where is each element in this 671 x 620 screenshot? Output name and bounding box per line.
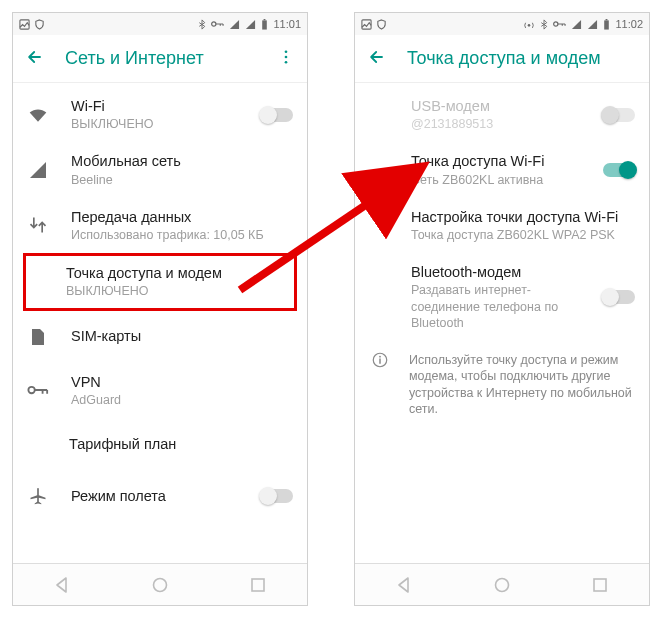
row-usb: USB-модем @2131889513 xyxy=(355,87,649,142)
plane-icon xyxy=(27,486,49,506)
svg-point-20 xyxy=(379,356,381,358)
svg-point-1 xyxy=(212,22,216,26)
svg-rect-3 xyxy=(263,20,268,29)
phone-left: x 11:01 Сеть и Интернет Wi-Fi ВЫКЛЮЧЕ xyxy=(12,12,308,606)
signal-icon xyxy=(27,161,49,179)
row-bluetooth-tether[interactable]: Bluetooth-модем Раздавать интернет-соеди… xyxy=(355,253,649,341)
row-sim[interactable]: SIM-карты xyxy=(13,311,307,363)
bluetooth-icon xyxy=(198,19,206,30)
row-title: Тарифный план xyxy=(69,435,293,453)
image-icon xyxy=(361,19,372,30)
back-button[interactable] xyxy=(25,47,45,71)
svg-point-11 xyxy=(154,578,167,591)
row-airplane[interactable]: Режим полета xyxy=(13,470,307,522)
signal-icon xyxy=(587,19,598,30)
row-title: Настройка точки доступа Wi-Fi xyxy=(411,208,635,226)
statusbar-left: x 11:01 xyxy=(13,13,307,35)
svg-point-5 xyxy=(285,50,288,53)
row-subtitle: AdGuard xyxy=(71,392,293,408)
nav-recent[interactable] xyxy=(591,576,609,594)
row-title: USB-модем xyxy=(411,97,581,115)
row-hotspot-setup[interactable]: Настройка точки доступа Wi-Fi Точка дост… xyxy=(355,198,649,253)
signal-icon: x xyxy=(571,19,582,30)
row-wifi[interactable]: Wi-Fi ВЫКЛЮЧЕНО xyxy=(13,87,307,142)
row-title: Передача данных xyxy=(71,208,293,226)
shield-icon xyxy=(376,19,387,30)
row-wifi-hotspot[interactable]: Точка доступа Wi-Fi Сеть ZB602KL активна xyxy=(355,142,649,197)
status-time: 11:01 xyxy=(273,18,301,30)
settings-list-left: Wi-Fi ВЫКЛЮЧЕНО Мобильная сеть Beeline П… xyxy=(13,83,307,563)
row-subtitle: Использовано трафика: 10,05 КБ xyxy=(71,227,293,243)
info-text: Используйте точку доступа и режим модема… xyxy=(409,352,635,417)
row-title: Wi-Fi xyxy=(71,97,239,115)
bluetooth-icon xyxy=(540,19,548,30)
svg-text:x: x xyxy=(231,20,234,25)
status-time: 11:02 xyxy=(615,18,643,30)
row-title: VPN xyxy=(71,373,293,391)
signal-icon: x xyxy=(229,19,240,30)
appbar-right: Точка доступа и модем xyxy=(355,35,649,83)
hotspot-status-icon xyxy=(523,19,535,30)
row-subtitle: ВЫКЛЮЧЕНО xyxy=(66,283,290,299)
nav-home[interactable] xyxy=(493,576,511,594)
key-icon xyxy=(553,20,566,28)
sim-icon xyxy=(27,327,49,347)
nav-home[interactable] xyxy=(151,576,169,594)
row-subtitle: @2131889513 xyxy=(411,116,581,132)
battery-icon xyxy=(603,19,610,30)
navbar-right xyxy=(355,563,649,605)
svg-point-7 xyxy=(285,60,288,63)
battery-icon xyxy=(261,19,268,30)
image-icon xyxy=(19,19,30,30)
svg-point-22 xyxy=(496,578,509,591)
svg-point-10 xyxy=(28,387,34,393)
row-plan[interactable]: Тарифный план xyxy=(13,418,307,470)
svg-rect-17 xyxy=(605,20,610,29)
settings-list-right: USB-модем @2131889513 Точка доступа Wi-F… xyxy=(355,83,649,563)
swap-icon xyxy=(27,215,49,235)
row-vpn[interactable]: VPN AdGuard xyxy=(13,363,307,418)
row-title: Точка доступа Wi-Fi xyxy=(411,152,581,170)
svg-rect-13 xyxy=(362,19,371,28)
svg-rect-21 xyxy=(379,359,381,364)
statusbar-right: x 11:02 xyxy=(355,13,649,35)
usb-toggle xyxy=(603,108,635,122)
nav-recent[interactable] xyxy=(249,576,267,594)
appbar-left: Сеть и Интернет xyxy=(13,35,307,83)
row-subtitle: Сеть ZB602KL активна xyxy=(411,172,581,188)
info-row: Используйте точку доступа и режим модема… xyxy=(355,341,649,427)
row-mobile[interactable]: Мобильная сеть Beeline xyxy=(13,142,307,197)
svg-text:x: x xyxy=(573,20,576,25)
svg-rect-18 xyxy=(606,19,608,20)
row-data[interactable]: Передача данных Использовано трафика: 10… xyxy=(13,198,307,253)
phone-right: x 11:02 Точка доступа и модем USB-модем … xyxy=(354,12,650,606)
svg-rect-0 xyxy=(20,19,29,28)
navbar-left xyxy=(13,563,307,605)
wifi-hotspot-toggle[interactable] xyxy=(603,163,635,177)
row-subtitle: Точка доступа ZB602KL WPA2 PSK xyxy=(411,227,635,243)
vpn-icon xyxy=(27,384,49,396)
svg-rect-12 xyxy=(252,579,264,591)
nav-back[interactable] xyxy=(53,576,71,594)
row-title: Bluetooth-модем xyxy=(411,263,581,281)
key-icon xyxy=(211,20,224,28)
row-subtitle: Beeline xyxy=(71,172,293,188)
row-subtitle: Раздавать интернет-соединение телефона п… xyxy=(411,282,581,331)
wifi-toggle[interactable] xyxy=(261,108,293,122)
svg-rect-23 xyxy=(594,579,606,591)
page-title: Точка доступа и модем xyxy=(407,48,637,69)
row-title: Мобильная сеть xyxy=(71,152,293,170)
row-title: SIM-карты xyxy=(71,327,293,345)
row-hotspot[interactable]: Точка доступа и модем ВЫКЛЮЧЕНО xyxy=(23,253,297,310)
wifi-icon xyxy=(27,107,49,123)
back-button[interactable] xyxy=(367,47,387,71)
row-subtitle: ВЫКЛЮЧЕНО xyxy=(71,116,239,132)
signal-icon xyxy=(245,19,256,30)
bluetooth-toggle[interactable] xyxy=(603,290,635,304)
airplane-toggle[interactable] xyxy=(261,489,293,503)
shield-icon xyxy=(34,19,45,30)
row-title: Режим полета xyxy=(71,487,239,505)
overflow-menu-button[interactable] xyxy=(277,48,295,70)
nav-back[interactable] xyxy=(395,576,413,594)
svg-point-14 xyxy=(528,24,531,27)
